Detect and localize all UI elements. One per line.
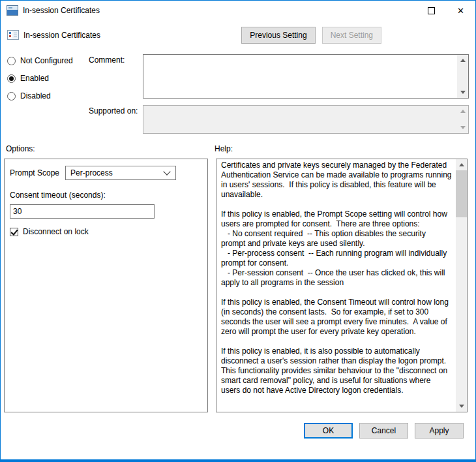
- help-scrollbar[interactable]: [456, 159, 467, 412]
- caption-buttons: ✕: [417, 1, 475, 20]
- prompt-scope-label: Prompt Scope: [10, 168, 59, 177]
- disconnect-on-lock-label: Disconnect on lock: [23, 227, 89, 236]
- next-setting-button[interactable]: Next Setting: [322, 27, 381, 44]
- window-title: In-session Certificates: [23, 6, 417, 15]
- header-row: In-session Certificates Previous Setting…: [7, 27, 469, 44]
- comment-label: Comment:: [89, 54, 143, 65]
- help-section-label: Help:: [215, 144, 233, 153]
- maximize-icon: [428, 7, 435, 14]
- setting-name: In-session Certificates: [23, 31, 100, 40]
- close-button[interactable]: ✕: [446, 1, 475, 20]
- prompt-scope-value: Per-process: [70, 168, 113, 177]
- radio-icon: [7, 57, 16, 65]
- footer: OK Cancel Apply: [1, 412, 475, 459]
- disconnect-on-lock-checkbox[interactable]: Disconnect on lock: [10, 227, 202, 236]
- prompt-scope-row: Prompt Scope Per-process: [10, 166, 202, 180]
- radio-not-configured[interactable]: Not Configured: [7, 56, 89, 65]
- checkbox-icon: [10, 228, 18, 236]
- options-section-label: Options:: [6, 144, 215, 153]
- close-icon: ✕: [457, 7, 464, 15]
- config-row: Not Configured Enabled Disabled Comment:: [7, 54, 469, 134]
- titlebar: In-session Certificates ✕: [1, 1, 475, 20]
- radio-label: Not Configured: [20, 56, 73, 65]
- ok-button[interactable]: OK: [304, 423, 353, 439]
- radio-disabled[interactable]: Disabled: [7, 91, 89, 100]
- prompt-scope-dropdown[interactable]: Per-process: [65, 166, 176, 180]
- chevron-down-icon: [163, 168, 170, 175]
- setting-title: In-session Certificates: [7, 30, 100, 40]
- main-panels: Prompt Scope Per-process Consent timeout…: [4, 159, 468, 412]
- consent-timeout-input[interactable]: [10, 204, 155, 219]
- scrollbar-thumb[interactable]: [456, 170, 467, 217]
- apply-button[interactable]: Apply: [415, 423, 464, 439]
- supported-scrollbar: [457, 106, 468, 133]
- comment-textarea[interactable]: [143, 54, 469, 99]
- previous-setting-button[interactable]: Previous Setting: [241, 27, 315, 44]
- supported-on-textarea: [143, 105, 469, 134]
- options-panel: Prompt Scope Per-process Consent timeout…: [4, 159, 208, 412]
- nav-buttons: Previous Setting Next Setting: [241, 27, 381, 44]
- supported-on-label: Supported on:: [89, 105, 143, 116]
- policy-setting-window: In-session Certificates ✕ In-session Cer…: [0, 0, 476, 462]
- help-text: Certificates and private keys securely m…: [216, 159, 456, 412]
- radio-icon: [7, 74, 16, 83]
- app-icon: [7, 5, 18, 16]
- comment-scrollbar[interactable]: [457, 55, 468, 98]
- scroll-down-icon[interactable]: [456, 401, 467, 412]
- cancel-button[interactable]: Cancel: [359, 423, 408, 439]
- policy-icon: [7, 30, 19, 40]
- fields-grid: Comment: Supported on:: [89, 54, 469, 134]
- state-radio-group: Not Configured Enabled Disabled: [7, 54, 89, 134]
- scroll-up-icon[interactable]: [456, 159, 467, 170]
- help-panel: Certificates and private keys securely m…: [216, 159, 468, 412]
- scroll-down-icon: [457, 122, 468, 133]
- section-labels: Options: Help:: [6, 144, 468, 153]
- consent-timeout-label: Consent timeout (seconds):: [10, 191, 202, 200]
- scroll-up-icon: [457, 106, 468, 117]
- radio-label: Enabled: [20, 74, 49, 83]
- scroll-down-icon[interactable]: [457, 87, 468, 98]
- radio-label: Disabled: [20, 91, 51, 100]
- radio-enabled[interactable]: Enabled: [7, 74, 89, 83]
- scroll-up-icon[interactable]: [457, 55, 468, 66]
- radio-icon: [7, 92, 16, 100]
- maximize-button[interactable]: [417, 1, 446, 20]
